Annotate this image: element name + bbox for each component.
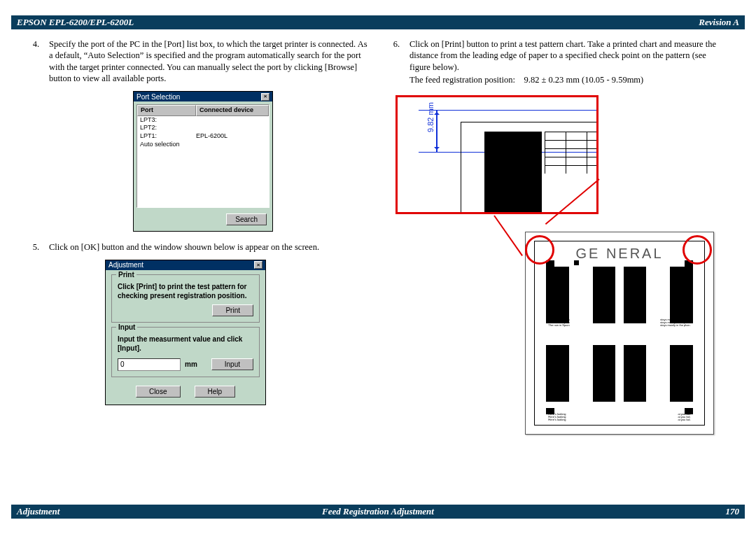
print-fieldset: Print Click [Print] to print the test pa… xyxy=(111,274,260,323)
header-bar: EPSON EPL-6200/EPL-6200L Revision A xyxy=(11,15,745,29)
step-number: 5. xyxy=(28,241,49,253)
footer-bar: Adjustment Feed Registration Adjustment … xyxy=(11,505,745,519)
zoom-callout: 9.82 mm xyxy=(396,95,598,214)
footer-left: Adjustment xyxy=(17,506,59,517)
help-button[interactable]: Help xyxy=(195,386,236,398)
close-icon[interactable]: × xyxy=(254,261,262,269)
input-button[interactable]: Input xyxy=(211,358,253,370)
page-content: 4. Specify the port of the PC in the [Po… xyxy=(28,38,728,496)
dialog-titlebar: Port Selection × xyxy=(134,92,272,101)
footer-center: Feed Registration Adjustment xyxy=(322,506,434,517)
spec-value: The feed registration position: 9.82 ± 0… xyxy=(410,74,728,85)
highlight-circle-icon xyxy=(682,235,712,265)
measurement-label: 9.82 mm xyxy=(426,102,435,132)
port-list[interactable]: Port Connected device LPT3: LPT2: LPT1:E… xyxy=(136,104,270,208)
figure: 9.82 mm xyxy=(388,95,728,438)
list-body: LPT3: LPT2: LPT1:EPL-6200L Auto selectio… xyxy=(137,116,269,207)
step-text: Click on [Print] button to print a test … xyxy=(410,38,728,85)
step-6: 6. Click on [Print] button to print a te… xyxy=(388,38,728,85)
dialog-titlebar: Adjustment × xyxy=(106,260,265,270)
dialog-title: Port Selection xyxy=(136,92,180,101)
right-column: 6. Click on [Print] button to print a te… xyxy=(388,38,728,496)
step-number: 4. xyxy=(28,38,49,84)
search-button[interactable]: Search xyxy=(226,213,267,225)
step-4: 4. Specify the port of the PC in the [Po… xyxy=(28,38,368,84)
print-instruction: Click [Print] to print the test pattern … xyxy=(118,282,253,300)
measurement-arrow-icon xyxy=(436,110,438,152)
measurement-input[interactable]: 0 xyxy=(118,358,181,371)
input-fieldset: Input Input the measurment value and cli… xyxy=(111,327,260,377)
col-port: Port xyxy=(137,105,196,116)
list-header: Port Connected device xyxy=(137,105,269,116)
input-instruction: Input the measurment value and click [In… xyxy=(118,335,253,353)
close-icon[interactable]: × xyxy=(261,93,270,101)
input-legend: Input xyxy=(116,323,137,332)
list-item[interactable]: LPT1:EPL-6200L xyxy=(137,132,269,141)
adjustment-dialog: Adjustment × Print Click [Print] to prin… xyxy=(105,260,266,405)
step-text: Click on [OK] button and the window shou… xyxy=(49,241,368,253)
unit-label: mm xyxy=(185,360,197,369)
list-item[interactable]: LPT2: xyxy=(137,124,269,132)
col-device: Connected device xyxy=(196,105,269,116)
close-button[interactable]: Close xyxy=(136,386,181,398)
step-number: 6. xyxy=(388,38,410,85)
footer-right: 170 xyxy=(726,506,740,517)
left-column: 4. Specify the port of the PC in the [Po… xyxy=(28,38,368,496)
highlight-circle-icon xyxy=(525,235,554,265)
dialog-title: Adjustment xyxy=(108,260,144,269)
print-button[interactable]: Print xyxy=(212,304,253,316)
header-right: Revision A xyxy=(699,17,739,28)
port-selection-dialog: Port Selection × Port Connected device L… xyxy=(133,91,273,232)
list-item[interactable]: LPT3: xyxy=(137,116,269,125)
test-pattern-chart: GE NERAL xyxy=(525,232,714,435)
header-left: EPSON EPL-6200/EPL-6200L xyxy=(17,17,134,28)
step-text: Specify the port of the PC in the [Port]… xyxy=(49,38,368,84)
connector-line-icon xyxy=(493,215,523,255)
list-item[interactable]: Auto selection xyxy=(137,141,269,149)
print-legend: Print xyxy=(116,270,136,279)
step-5: 5. Click on [OK] button and the window s… xyxy=(28,241,368,253)
